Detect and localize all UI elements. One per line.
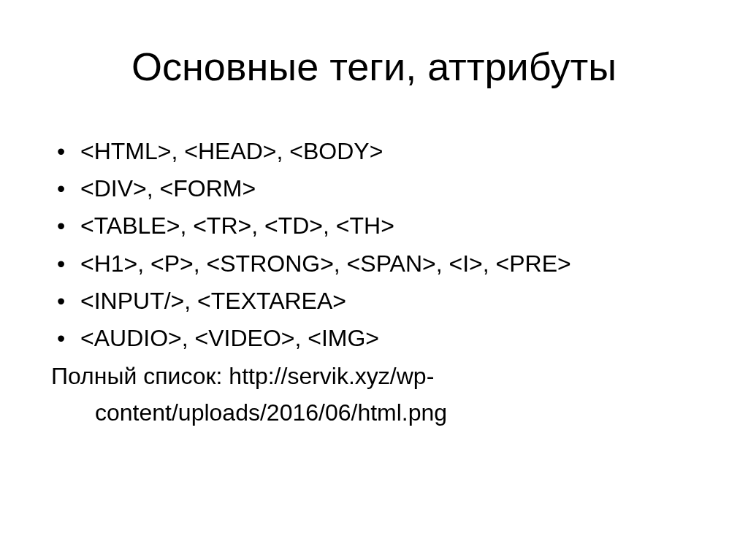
slide-title: Основные теги, аттрибуты <box>51 44 697 89</box>
list-item: <AUDIO>, <VIDEO>, <IMG> <box>51 320 697 357</box>
slide-container: Основные теги, аттрибуты <HTML>, <HEAD>,… <box>0 0 748 560</box>
footer-text-line2: content/uploads/2016/06/html.png <box>51 395 697 430</box>
list-item: <H1>, <P>, <STRONG>, <SPAN>, <I>, <PRE> <box>51 245 697 283</box>
list-item: <HTML>, <HEAD>, <BODY> <box>51 133 697 170</box>
footer-text-line1: Полный список: http://servik.xyz/wp- <box>51 358 697 394</box>
bullet-list: <HTML>, <HEAD>, <BODY> <DIV>, <FORM> <TA… <box>51 133 697 357</box>
list-item: <INPUT/>, <TEXTAREA> <box>51 283 697 320</box>
slide-content: <HTML>, <HEAD>, <BODY> <DIV>, <FORM> <TA… <box>51 133 697 430</box>
list-item: <DIV>, <FORM> <box>51 170 697 207</box>
list-item: <TABLE>, <TR>, <TD>, <TH> <box>51 207 697 245</box>
